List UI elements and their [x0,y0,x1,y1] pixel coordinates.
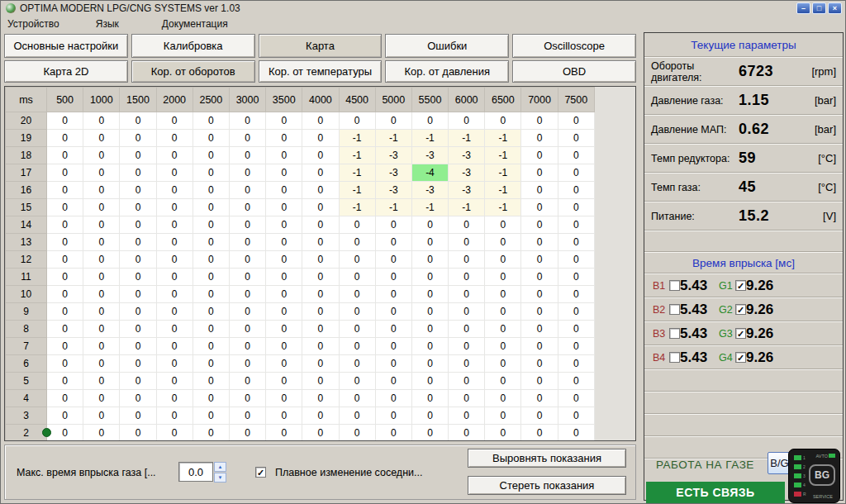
grid-cell[interactable]: -3 [411,182,448,199]
grid-cell[interactable]: 0 [485,269,521,286]
grid-cell[interactable]: -1 [375,199,411,216]
grid-cell[interactable]: 0 [375,407,411,425]
grid-cell[interactable]: 0 [302,216,339,234]
grid-cell[interactable]: 0 [83,338,120,355]
grid-cell[interactable]: 0 [229,303,265,321]
grid-cell[interactable]: -1 [449,199,485,216]
grid-cell[interactable]: 0 [485,251,521,269]
grid-cell[interactable]: 0 [411,407,448,425]
grid-cell[interactable]: 0 [339,373,375,390]
grid-cell[interactable]: 0 [229,373,265,390]
grid-cell[interactable]: 0 [47,251,83,269]
grid-cell[interactable]: 0 [156,286,192,303]
grid-cell[interactable]: 0 [558,130,594,147]
grid-cell[interactable]: 0 [192,286,229,303]
grid-cell[interactable]: 0 [521,373,558,390]
grid-cell[interactable]: 0 [485,425,521,442]
grid-cell[interactable]: -1 [339,147,375,164]
grid-cell[interactable]: 0 [83,251,120,269]
grid-cell[interactable]: 0 [558,286,594,303]
grid-cell[interactable]: 0 [375,269,411,286]
grid-cell[interactable]: 0 [411,425,448,442]
grid-cell[interactable]: 0 [120,234,156,251]
grid-cell[interactable]: 0 [156,355,192,373]
grid-cell[interactable]: -3 [449,164,485,182]
grid-cell[interactable]: 0 [558,425,594,442]
grid-cell[interactable]: 0 [558,321,594,338]
grid-cell[interactable]: -1 [411,199,448,216]
tab-oscilloscope[interactable]: Oscilloscope [512,34,636,58]
grid-cell[interactable]: 0 [156,199,192,216]
grid-cell[interactable]: 0 [83,425,120,442]
grid-cell[interactable]: 0 [229,216,265,234]
grid-cell[interactable]: 0 [411,321,448,338]
grid-cell[interactable]: 0 [266,303,302,321]
grid-cell[interactable]: 0 [266,182,302,199]
grid-cell[interactable]: 0 [156,407,192,425]
grid-cell[interactable]: 0 [558,407,594,425]
grid-cell[interactable]: 0 [192,303,229,321]
grid-cell[interactable]: 0 [302,390,339,407]
grid-cell[interactable]: 0 [266,164,302,182]
grid-cell[interactable]: 0 [302,338,339,355]
grid-cell[interactable]: 0 [302,269,339,286]
grid-cell[interactable]: 0 [156,390,192,407]
grid-cell[interactable]: 0 [120,321,156,338]
grid-cell[interactable]: 0 [266,390,302,407]
grid-cell[interactable]: 0 [156,373,192,390]
grid-cell[interactable]: 0 [558,199,594,216]
grid-cell[interactable]: 0 [375,216,411,234]
grid-cell[interactable]: 0 [266,373,302,390]
grid-cell[interactable]: 0 [485,286,521,303]
grid-cell[interactable]: 0 [266,286,302,303]
grid-cell[interactable]: 0 [120,338,156,355]
grid-cell[interactable]: 0 [83,407,120,425]
grid-cell[interactable]: 0 [558,147,594,164]
grid-cell[interactable]: 0 [83,355,120,373]
grid-cell[interactable]: 0 [375,338,411,355]
grid-cell[interactable]: 0 [192,130,229,147]
grid-cell[interactable]: 0 [339,269,375,286]
grid-cell[interactable]: 0 [266,251,302,269]
grid-cell[interactable]: 0 [120,164,156,182]
grid-cell[interactable]: 0 [83,112,120,130]
grid-cell[interactable]: 0 [192,338,229,355]
grid-cell[interactable]: 0 [302,130,339,147]
grid-cell[interactable]: 0 [47,390,83,407]
tab-obd[interactable]: OBD [512,60,636,83]
grid-cell[interactable]: 0 [375,425,411,442]
grid-cell[interactable]: 0 [229,321,265,338]
menu-item-language[interactable]: Язык [96,18,119,30]
grid-cell[interactable]: 0 [302,303,339,321]
grid-cell[interactable]: 0 [449,216,485,234]
grid-cell[interactable]: 0 [339,303,375,321]
grid-cell[interactable]: 0 [229,390,265,407]
grid-cell[interactable]: 0 [411,251,448,269]
grid-cell[interactable]: 0 [485,338,521,355]
grid-cell[interactable]: 0 [521,425,558,442]
grid-cell[interactable]: 0 [47,373,83,390]
grid-cell[interactable]: 0 [485,234,521,251]
grid-cell[interactable]: 0 [120,216,156,234]
grid-cell[interactable]: -1 [485,199,521,216]
grid-cell[interactable]: 0 [156,164,192,182]
grid-cell[interactable]: 0 [375,234,411,251]
grid-cell[interactable]: 0 [120,303,156,321]
grid-cell[interactable]: 0 [229,425,265,442]
grid-cell[interactable]: 0 [302,199,339,216]
grid-cell[interactable]: 0 [156,182,192,199]
grid-cell[interactable]: -1 [449,130,485,147]
grid-cell[interactable]: 0 [229,407,265,425]
grid-cell[interactable]: 0 [120,147,156,164]
grid-cell[interactable]: 0 [485,321,521,338]
grid-cell[interactable]: 0 [339,355,375,373]
grid-cell[interactable]: -1 [375,130,411,147]
grid-cell[interactable]: 0 [47,130,83,147]
grid-cell[interactable]: -3 [375,182,411,199]
grid-cell[interactable]: 0 [192,112,229,130]
grid-cell[interactable]: 0 [266,130,302,147]
grid-cell[interactable]: 0 [120,269,156,286]
grid-cell[interactable]: 0 [558,269,594,286]
grid-cell[interactable]: 0 [521,130,558,147]
grid-cell[interactable]: 0 [521,407,558,425]
